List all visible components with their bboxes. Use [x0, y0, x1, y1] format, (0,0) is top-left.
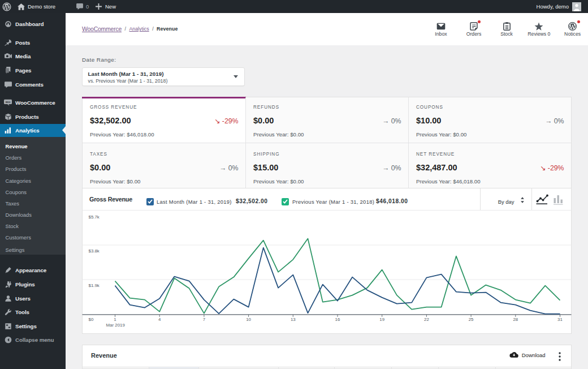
svg-text:16: 16 — [335, 317, 340, 322]
svg-text:28: 28 — [513, 317, 518, 322]
svg-text:$3.8k: $3.8k — [88, 249, 99, 254]
svg-text:19: 19 — [379, 317, 384, 322]
svg-text:10: 10 — [246, 317, 251, 322]
svg-text:woo: woo — [5, 101, 11, 104]
svg-text:31: 31 — [557, 317, 563, 322]
svg-text:Mar 2019: Mar 2019 — [106, 323, 125, 328]
svg-text:$1.9k: $1.9k — [88, 283, 99, 288]
svg-text:13: 13 — [290, 317, 295, 322]
svg-text:$5.7k: $5.7k — [88, 214, 99, 220]
svg-text:25: 25 — [468, 317, 473, 322]
svg-text:7: 7 — [202, 317, 205, 322]
svg-text:4: 4 — [158, 317, 161, 322]
svg-text:22: 22 — [424, 317, 429, 322]
svg-text:$0: $0 — [88, 317, 93, 322]
svg-text:1: 1 — [114, 317, 116, 322]
